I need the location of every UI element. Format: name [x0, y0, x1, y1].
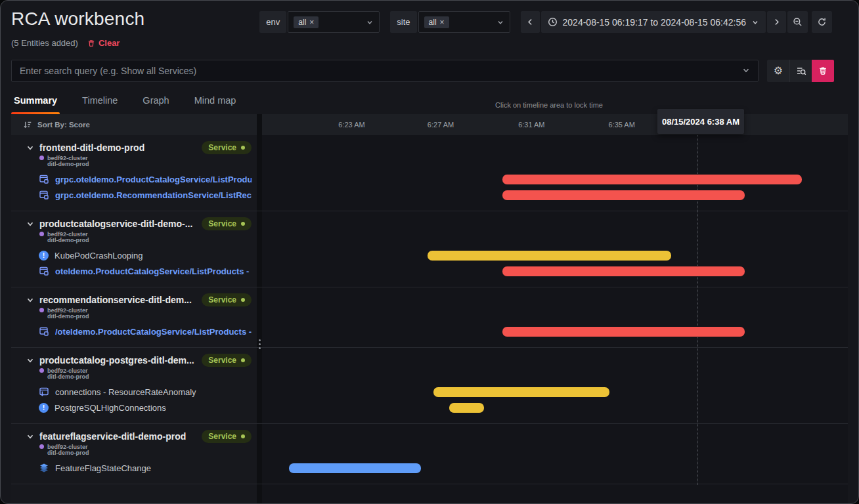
entity-type-badge: Service	[202, 141, 252, 154]
site-select[interactable]: all×	[418, 11, 510, 33]
gear-icon: ⚙	[774, 66, 783, 76]
entity-name: featureflagservice-ditl-demo-prod	[39, 431, 197, 442]
entity-sections: frontend-ditl-demo-prodServicebedf92-clu…	[11, 135, 848, 484]
chevron-down-icon[interactable]	[26, 143, 35, 152]
item-label[interactable]: grpc.oteldemo.RecommendationService/List…	[55, 190, 252, 200]
entity-item-link[interactable]: grpc.oteldemo.ProductCatalogService/List…	[26, 171, 252, 187]
item-label[interactable]: oteldemo.ProductCatalogService/ListProdu…	[55, 266, 252, 276]
tab-graph[interactable]: Graph	[140, 93, 171, 115]
item-label: FeatureFlagStateChange	[55, 463, 151, 473]
cluster-dot-icon	[39, 444, 44, 449]
timeline-lane[interactable]	[262, 424, 848, 484]
env-filter-label: env	[259, 11, 286, 33]
timeline-bar[interactable]	[449, 403, 485, 413]
cluster-dot-icon	[39, 232, 44, 236]
timeline-bar[interactable]	[502, 266, 745, 276]
site-selected-chip: all×	[424, 16, 449, 28]
timeline-bar[interactable]	[502, 190, 745, 200]
time-shift-forward-button[interactable]	[767, 11, 786, 33]
entity-name: frontend-ditl-demo-prod	[39, 142, 197, 153]
entity-header[interactable]: frontend-ditl-demo-prodService	[26, 140, 252, 155]
time-shift-back-button[interactable]	[521, 11, 540, 33]
env-selected-chip: all×	[294, 16, 319, 28]
clear-entities-button[interactable]: Clear	[87, 38, 120, 48]
timeline-bar[interactable]	[502, 175, 803, 184]
timeline-bar[interactable]	[433, 387, 609, 397]
entity-section: productcatalog-postgres-ditl-dem...Servi…	[11, 348, 848, 424]
entity-item[interactable]: FeatureFlagStateChange	[26, 460, 252, 476]
time-range-picker-button[interactable]: 2024-08-15 06:19:17 to 2024-08-15 06:42:…	[541, 11, 766, 33]
namespace-name: ditl-demo-prod	[47, 373, 89, 380]
remove-env-value-icon[interactable]: ×	[309, 18, 314, 27]
tab-mind-map[interactable]: Mind map	[192, 93, 239, 115]
zoom-out-icon	[793, 17, 803, 27]
entity-item[interactable]: !KubePodCrashLooping	[26, 247, 252, 263]
metric-icon	[39, 387, 49, 397]
entity-section: featureflagservice-ditl-demo-prodService…	[11, 424, 848, 484]
chevron-down-icon[interactable]	[26, 295, 35, 304]
sort-by-button[interactable]: Sort By: Score	[11, 114, 257, 135]
timeline-bar[interactable]	[428, 251, 671, 261]
panel-resize-handle[interactable]	[255, 335, 264, 352]
layers-icon	[39, 463, 49, 473]
entity-header[interactable]: productcatalog-postgres-ditl-dem...Servi…	[26, 353, 252, 368]
entity-header[interactable]: productcatalogservice-ditl-demo-...Servi…	[26, 217, 252, 231]
trash-icon	[87, 39, 95, 47]
entity-item-link[interactable]: oteldemo.ProductCatalogService/ListProdu…	[26, 263, 252, 279]
time-tick-label: 6:23 AM	[338, 121, 364, 129]
entity-header[interactable]: recommendationservice-ditl-dem...Service	[26, 293, 252, 307]
entity-item[interactable]: !PostgreSQLHighConnections	[26, 400, 252, 415]
entity-item-link[interactable]: /oteldemo.ProductCatalogService/ListProd…	[26, 324, 252, 339]
badge-dot-icon	[241, 298, 245, 302]
time-tick-label: 6:35 AM	[609, 121, 635, 129]
timeline-lane[interactable]	[262, 135, 848, 211]
trace-icon	[39, 174, 49, 184]
chevron-down-icon[interactable]	[741, 66, 751, 75]
cluster-dot-icon	[39, 308, 44, 312]
time-axis[interactable]: 6:23 AM6:27 AM6:31 AM6:35 AM	[262, 114, 848, 135]
entity-section: recommendationservice-ditl-dem...Service…	[11, 287, 848, 348]
refresh-button[interactable]	[812, 11, 832, 33]
entity-type-badge: Service	[202, 354, 252, 367]
item-label[interactable]: grpc.oteldemo.ProductCatalogService/List…	[55, 175, 252, 184]
tab-summary[interactable]: Summary	[11, 93, 60, 115]
cluster-dot-icon	[39, 156, 44, 160]
badge-dot-icon	[241, 222, 245, 226]
timeline-lane[interactable]	[262, 211, 848, 287]
sort-icon	[23, 120, 32, 129]
list-search-icon	[796, 66, 806, 76]
env-select[interactable]: all×	[288, 11, 380, 33]
entity-item-link[interactable]: grpc.oteldemo.RecommendationService/List…	[26, 187, 252, 203]
namespace-name: ditl-demo-prod	[47, 450, 89, 456]
tab-timeline[interactable]: Timeline	[79, 93, 120, 115]
item-label: KubePodCrashLooping	[55, 251, 143, 261]
refresh-icon	[817, 17, 827, 27]
remove-site-value-icon[interactable]: ×	[440, 18, 445, 27]
timeline-bar[interactable]	[289, 463, 421, 473]
badge-dot-icon	[241, 434, 245, 438]
entity-section: productcatalogservice-ditl-demo-...Servi…	[11, 211, 848, 287]
delete-query-button[interactable]	[812, 60, 834, 82]
search-input[interactable]	[11, 60, 759, 82]
timeline-lane[interactable]	[262, 287, 848, 347]
item-label: PostgreSQLHighConnections	[55, 403, 166, 413]
alert-icon: !	[39, 251, 49, 261]
chevron-down-icon[interactable]	[26, 432, 35, 441]
query-inspector-button[interactable]	[789, 60, 812, 82]
rca-workbench-window: RCA workbench (5 Entities added) Clear e…	[0, 0, 859, 504]
entity-header[interactable]: featureflagservice-ditl-demo-prodService	[26, 429, 252, 444]
time-tooltip: 08/15/2024 6:38 AM	[657, 109, 744, 134]
chevron-down-icon[interactable]	[26, 356, 35, 365]
timeline-lane[interactable]	[262, 348, 848, 423]
timeline-bar[interactable]	[502, 327, 745, 337]
chevron-down-icon[interactable]	[26, 219, 35, 228]
search-settings-button[interactable]: ⚙	[767, 60, 789, 82]
badge-dot-icon	[241, 146, 245, 150]
entity-name: productcatalog-postgres-ditl-dem...	[39, 355, 197, 366]
trace-icon	[39, 266, 49, 276]
item-label[interactable]: /oteldemo.ProductCatalogService/ListProd…	[55, 327, 252, 337]
time-tick-label: 6:27 AM	[428, 121, 454, 129]
zoom-out-time-button[interactable]	[787, 11, 808, 33]
trace-icon	[39, 326, 49, 337]
entity-item[interactable]: connections - ResourceRateAnomaly	[26, 384, 252, 400]
